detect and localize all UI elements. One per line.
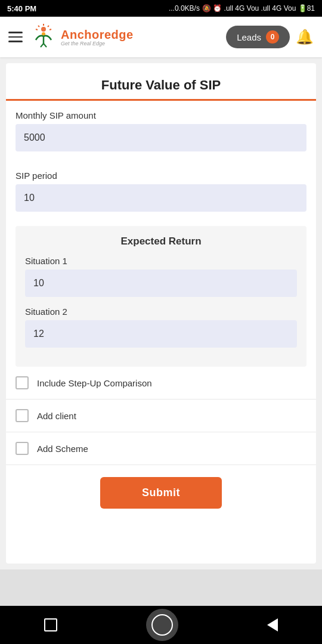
sip-period-section: SIP period bbox=[6, 161, 316, 221]
header-left: Anchoredge Get the Real Edge bbox=[8, 23, 134, 51]
leads-label: Leads bbox=[237, 32, 261, 42]
svg-line-9 bbox=[36, 29, 38, 30]
step-up-label: Include Step-Up Comparison bbox=[37, 378, 152, 388]
add-scheme-checkbox[interactable] bbox=[16, 442, 29, 455]
add-scheme-label: Add Scheme bbox=[37, 444, 88, 454]
add-client-row: Add client bbox=[6, 400, 316, 432]
page-title: Future Value of SIP bbox=[16, 78, 306, 93]
expected-return-title: Expected Return bbox=[25, 236, 297, 247]
main-content: Future Value of SIP Monthly SIP amount S… bbox=[6, 63, 316, 564]
add-client-label: Add client bbox=[37, 411, 76, 421]
add-client-checkbox[interactable] bbox=[16, 409, 29, 422]
header-right: Leads 0 🔔 bbox=[226, 26, 314, 48]
svg-line-6 bbox=[48, 26, 49, 27]
logo-area: Anchoredge Get the Real Edge bbox=[30, 23, 134, 51]
nav-back-icon bbox=[267, 618, 278, 631]
situation1-label: Situation 1 bbox=[25, 256, 297, 266]
logo-icon bbox=[30, 23, 57, 51]
expected-return-section: Expected Return Situation 1 Situation 2 bbox=[16, 226, 306, 367]
logo-brand: Anchoredge bbox=[61, 28, 134, 42]
bottom-spacer bbox=[0, 569, 322, 606]
network-speed: ...0.0KB/s bbox=[169, 4, 200, 13]
status-right: ...0.0KB/s 🔕 ⏰ .ull 4G Vou .ull 4G Vou 🔋… bbox=[169, 4, 315, 13]
situation2-input[interactable] bbox=[25, 320, 297, 348]
bottom-nav bbox=[0, 606, 322, 644]
monthly-sip-input[interactable] bbox=[16, 124, 306, 151]
nav-home-button[interactable] bbox=[146, 609, 178, 641]
status-bar: 5:40 PM ...0.0KB/s 🔕 ⏰ .ull 4G Vou .ull … bbox=[0, 0, 322, 17]
nav-square-icon bbox=[44, 618, 57, 631]
nav-square-button[interactable] bbox=[44, 618, 57, 631]
hamburger-menu[interactable] bbox=[8, 32, 23, 42]
svg-line-4 bbox=[44, 44, 47, 47]
submit-button[interactable]: Submit bbox=[100, 477, 222, 509]
svg-line-8 bbox=[49, 29, 51, 30]
step-up-checkbox[interactable] bbox=[16, 376, 29, 389]
status-time: 5:40 PM bbox=[7, 4, 36, 13]
nav-circle-icon bbox=[146, 609, 178, 641]
monthly-sip-label: Monthly SIP amount bbox=[16, 110, 306, 120]
svg-line-7 bbox=[38, 26, 39, 27]
situation1-input[interactable] bbox=[25, 270, 297, 297]
svg-point-0 bbox=[41, 27, 46, 32]
step-up-row: Include Step-Up Comparison bbox=[6, 367, 316, 400]
nav-circle-inner-icon bbox=[151, 614, 173, 636]
situation2-label: Situation 2 bbox=[25, 306, 297, 317]
page-title-wrap: Future Value of SIP bbox=[6, 63, 316, 101]
logo-text: Anchoredge Get the Real Edge bbox=[61, 28, 134, 47]
svg-line-3 bbox=[41, 44, 44, 47]
logo-tagline: Get the Real Edge bbox=[61, 41, 134, 47]
bell-icon[interactable]: 🔔 bbox=[296, 29, 314, 45]
nav-back-button[interactable] bbox=[267, 618, 278, 631]
leads-button[interactable]: Leads 0 bbox=[226, 26, 290, 48]
header: Anchoredge Get the Real Edge Leads 0 🔔 bbox=[0, 17, 322, 57]
sip-period-input[interactable] bbox=[16, 184, 306, 212]
submit-wrap: Submit bbox=[6, 465, 316, 515]
signal-icons: 🔕 ⏰ .ull 4G Vou .ull 4G Vou 🔋81 bbox=[202, 4, 315, 13]
monthly-sip-section: Monthly SIP amount bbox=[6, 101, 316, 161]
sip-period-label: SIP period bbox=[16, 171, 306, 181]
leads-count-badge: 0 bbox=[266, 30, 279, 44]
add-scheme-row: Add Scheme bbox=[6, 432, 316, 465]
